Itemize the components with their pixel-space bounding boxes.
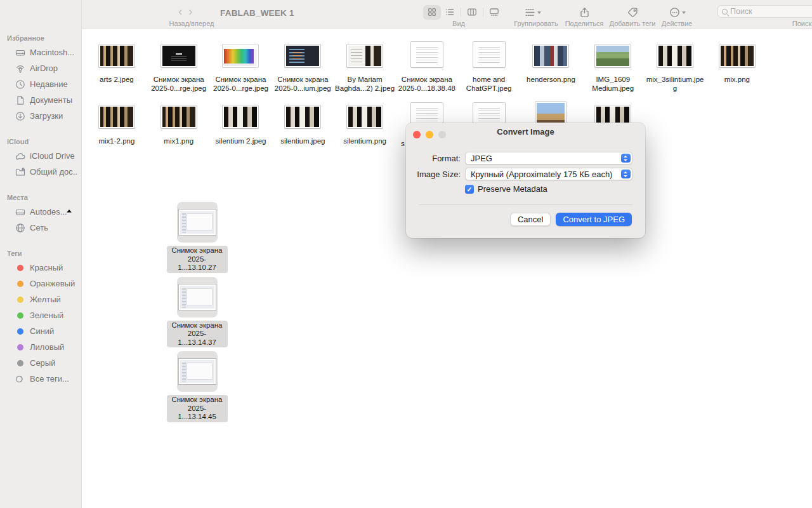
view-gallery-button[interactable] bbox=[485, 5, 503, 20]
tag-color-dot bbox=[15, 279, 25, 289]
file-item[interactable]: henderson.png bbox=[520, 39, 582, 93]
sidebar-item[interactable]: Сеть bbox=[3, 220, 78, 236]
view-columns-button[interactable] bbox=[463, 5, 481, 20]
action-caption: Действие bbox=[646, 20, 707, 27]
sidebar-item-label: Красный bbox=[30, 263, 63, 272]
file-name: IMG_1609 Medium.jpeg bbox=[582, 76, 643, 93]
sidebar-section: Места Autodes... Сеть bbox=[0, 189, 81, 244]
dialog-title: Convert Image bbox=[406, 127, 645, 137]
sidebar-item-label: Лиловый bbox=[30, 342, 64, 352]
globe-icon bbox=[15, 223, 25, 233]
search-field[interactable] bbox=[717, 5, 812, 18]
sidebar-item-label: Зеленый bbox=[30, 311, 63, 320]
sidebar-item[interactable]: Autodes... bbox=[3, 204, 78, 220]
sidebar-item[interactable]: AirDrop bbox=[3, 60, 78, 76]
sidebar-section-title: Места bbox=[0, 189, 81, 204]
back-button[interactable]: ‹ bbox=[178, 5, 182, 18]
file-item[interactable]: mix1.png bbox=[148, 104, 210, 146]
file-thumbnail bbox=[179, 284, 216, 310]
file-name: home and ChatGPT.jpeg bbox=[459, 76, 520, 93]
file-item[interactable]: silentium.jpeg bbox=[272, 104, 334, 146]
view-list-button[interactable] bbox=[441, 5, 459, 20]
cancel-button[interactable]: Cancel bbox=[510, 213, 551, 226]
file-row-1: arts 2.jpeg Снимок экрана 2025-0...rge.j… bbox=[86, 39, 768, 93]
eject-icon[interactable] bbox=[65, 208, 74, 218]
sidebar-item[interactable]: Зеленый bbox=[3, 307, 78, 323]
file-thumbnail bbox=[719, 44, 755, 67]
file-item[interactable]: home and ChatGPT.jpeg bbox=[458, 39, 520, 93]
share-button[interactable] bbox=[579, 4, 590, 20]
sidebar-section: iCloud iCloud Drive Общий дос... bbox=[0, 133, 81, 189]
file-item-selected[interactable]: Снимок экрана 2025-1...13.14.45 bbox=[167, 351, 228, 422]
popup-stepper-icon bbox=[621, 154, 631, 163]
sidebar-item[interactable]: Macintosh... bbox=[3, 44, 78, 60]
file-thumbnail bbox=[179, 210, 216, 235]
sidebar-item[interactable]: Документы bbox=[3, 92, 78, 108]
sidebar-item[interactable]: Красный bbox=[3, 260, 78, 276]
image-size-select[interactable]: Крупный (Approximately 175 КБ each) bbox=[465, 168, 632, 180]
forward-button[interactable]: › bbox=[188, 5, 192, 18]
file-item[interactable]: mix.png bbox=[706, 39, 768, 93]
gallery-view-icon bbox=[489, 7, 499, 17]
file-item[interactable]: Снимок экрана 2025-0...ium.jpeg bbox=[272, 39, 334, 93]
sidebar-item-label: Autodes... bbox=[30, 207, 67, 217]
file-name: mix_3silintium.jpeg bbox=[645, 76, 705, 93]
convert-to-jpeg-button[interactable]: Convert to JPEG bbox=[556, 213, 632, 226]
file-item-selected[interactable]: Снимок экрана 2025-1...13.10.27 bbox=[167, 202, 228, 273]
file-thumbnail bbox=[473, 42, 505, 67]
file-item[interactable]: Снимок экрана 2025-0...rge.jpeg bbox=[210, 39, 272, 93]
file-item[interactable]: Снимок экрана 2025-0...rge.jpeg bbox=[148, 39, 210, 93]
sidebar-item[interactable]: Общий дос... bbox=[3, 164, 78, 180]
selection-highlight bbox=[177, 277, 218, 318]
sidebar-item-label: Macintosh... bbox=[30, 48, 74, 57]
format-label: Format: bbox=[406, 154, 461, 163]
file-item[interactable]: By Mariam Baghda...2) 2.jpeg bbox=[334, 39, 396, 93]
selection-highlight bbox=[177, 351, 218, 392]
file-item[interactable]: mix_3silintium.jpeg bbox=[644, 39, 706, 93]
sidebar-section-title: iCloud bbox=[0, 133, 81, 148]
file-name: silentium.png bbox=[343, 137, 386, 146]
preserve-metadata-label: Preserve Metadata bbox=[478, 184, 547, 194]
file-thumbnail bbox=[99, 105, 134, 128]
download-icon bbox=[15, 111, 25, 121]
image-size-value: Крупный (Approximately 175 КБ each) bbox=[471, 170, 612, 179]
sidebar-item[interactable]: Загрузки bbox=[3, 108, 78, 124]
file-item-selected[interactable]: Снимок экрана 2025-1...13.14.37 bbox=[167, 277, 228, 348]
sidebar-item-label: Синий bbox=[30, 326, 54, 336]
file-item[interactable]: silentium 2.jpeg bbox=[210, 104, 272, 146]
file-name: silentium 2.jpeg bbox=[216, 137, 266, 146]
sidebar-item[interactable]: Желтый bbox=[3, 291, 78, 307]
convert-image-dialog: Convert Image Format: JPEG Image Size: К… bbox=[406, 123, 645, 238]
format-select[interactable]: JPEG bbox=[465, 152, 632, 164]
sidebar-item[interactable]: Все теги... bbox=[3, 371, 78, 387]
sidebar-item-label: Сеть bbox=[30, 223, 48, 232]
sidebar-item[interactable]: Оранжевый bbox=[3, 276, 78, 291]
file-item[interactable]: IMG_1609 Medium.jpeg bbox=[582, 39, 644, 93]
preserve-metadata-checkbox[interactable]: ✓ bbox=[465, 185, 474, 194]
document-icon bbox=[15, 95, 25, 105]
list-view-icon bbox=[445, 7, 455, 17]
sidebar-item[interactable]: Лиловый bbox=[3, 339, 78, 355]
file-name: silentium.jpeg bbox=[280, 137, 325, 146]
back-forward-caption: Назад/вперед bbox=[158, 20, 225, 27]
all-tags-icon bbox=[15, 374, 25, 384]
file-item[interactable]: arts 2.jpeg bbox=[86, 39, 148, 93]
sidebar-item[interactable]: Синий bbox=[3, 323, 78, 339]
sidebar-item[interactable]: Серый bbox=[3, 355, 78, 371]
search-input[interactable] bbox=[730, 7, 812, 16]
sidebar-item[interactable]: Недавние bbox=[3, 76, 78, 92]
clock-icon bbox=[15, 79, 25, 90]
file-item[interactable]: Снимок экрана 2025-0...18.38.48 bbox=[396, 39, 458, 93]
sidebar-item[interactable]: iCloud Drive bbox=[3, 148, 78, 164]
file-item[interactable]: silentium.png bbox=[334, 104, 396, 146]
group-button[interactable] bbox=[525, 4, 541, 20]
add-tags-button[interactable] bbox=[627, 4, 638, 20]
file-name: Снимок экрана 2025-0...18.38.48 bbox=[396, 76, 457, 93]
file-thumbnail bbox=[223, 105, 258, 128]
action-icon bbox=[669, 7, 680, 18]
partially-hidden-file-name: s bbox=[401, 140, 405, 147]
view-grid-button[interactable] bbox=[423, 5, 441, 20]
file-item[interactable]: mix1-2.png bbox=[86, 104, 148, 146]
search-icon bbox=[722, 9, 728, 15]
action-button[interactable] bbox=[669, 4, 686, 20]
